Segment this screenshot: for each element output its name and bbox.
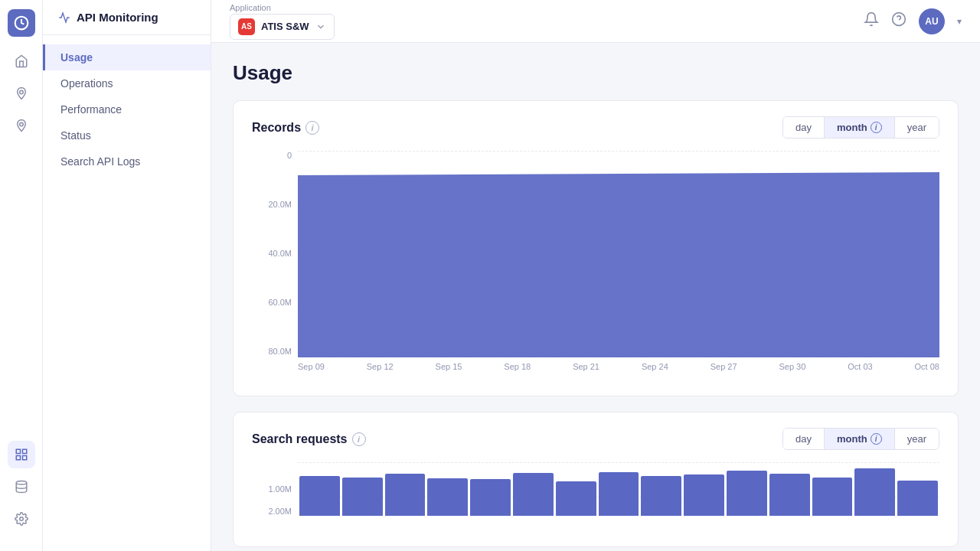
bar-11 (727, 471, 767, 517)
sr-y-label-2m: 2.00M (252, 507, 298, 516)
bar-10 (684, 474, 724, 516)
bar-7 (556, 481, 596, 517)
app-selector[interactable]: AS ATIS S&W (230, 14, 335, 40)
search-requests-time-toggle: day month i year (782, 428, 939, 450)
svg-rect-6 (22, 456, 26, 460)
user-menu-chevron-icon[interactable]: ▾ (957, 16, 962, 27)
records-chart-plot (298, 151, 939, 357)
bar-5 (470, 479, 511, 516)
x-label-sep12: Sep 12 (367, 362, 394, 371)
x-label-sep24: Sep 24 (642, 362, 668, 371)
y-label-80m: 80.0M (252, 347, 298, 356)
records-chart-header: Records i day month i year (252, 116, 939, 139)
search-requests-month-info-icon[interactable]: i (871, 433, 882, 445)
search-requests-day-button[interactable]: day (783, 429, 825, 449)
svg-point-8 (19, 517, 23, 521)
app-section-label: Application (230, 3, 335, 12)
x-label-sep21: Sep 21 (573, 362, 599, 371)
bar-2 (342, 478, 383, 516)
records-info-icon[interactable]: i (305, 121, 319, 135)
x-label-oct08: Oct 08 (915, 362, 939, 371)
search-requests-chart-title: Search requests (252, 432, 348, 446)
sidebar-item-usage[interactable]: Usage (43, 44, 211, 70)
records-x-axis: Sep 09 Sep 12 Sep 15 Sep 18 Sep 21 Sep 2… (298, 359, 939, 380)
main-wrapper: Application AS ATIS S&W AU ▾ (211, 0, 980, 551)
search-requests-info-icon[interactable]: i (352, 432, 366, 446)
records-time-toggle: day month i year (782, 116, 939, 139)
sidebar: API Monitoring Usage Operations Performa… (43, 0, 211, 551)
svg-point-7 (16, 481, 27, 485)
sidebar-item-status[interactable]: Status (43, 122, 211, 148)
search-requests-month-label: month (837, 433, 867, 445)
app-selector-chevron-icon (315, 21, 326, 32)
topbar: Application AS ATIS S&W AU ▾ (211, 0, 980, 43)
help-icon[interactable] (891, 11, 906, 31)
user-avatar[interactable]: AU (919, 8, 945, 34)
bar-15 (897, 481, 938, 516)
x-label-oct03: Oct 03 (848, 362, 872, 371)
y-label-40m: 40.0M (252, 249, 298, 258)
records-y-axis: 80.0M 60.0M 40.0M 20.0M 0 (252, 151, 298, 357)
search-requests-chart-header: Search requests i day month i year (252, 428, 939, 450)
search-requests-chart-area: 2.00M 1.00M 0 (252, 462, 939, 531)
app-name: ATIS S&W (261, 21, 309, 32)
x-label-sep09: Sep 09 (298, 362, 325, 371)
location1-icon[interactable] (8, 80, 35, 107)
svg-point-2 (19, 122, 23, 126)
search-requests-y-axis: 2.00M 1.00M 0 (252, 462, 298, 516)
bar-3 (385, 474, 426, 516)
svg-point-1 (19, 90, 23, 94)
database-icon[interactable] (8, 473, 35, 500)
x-label-sep27: Sep 27 (710, 362, 737, 371)
bar-6 (513, 473, 554, 516)
sidebar-title: API Monitoring (77, 11, 158, 24)
bar-12 (769, 474, 810, 516)
notification-icon[interactable] (864, 11, 879, 31)
records-month-info-icon[interactable]: i (871, 122, 882, 133)
search-requests-month-button[interactable]: month i (825, 429, 895, 449)
search-requests-chart-card: Search requests i day month i year (233, 412, 959, 547)
app-logo-icon (8, 9, 35, 37)
page-title: Usage (233, 61, 959, 85)
records-chart-title: Records (252, 121, 301, 135)
bar-8 (599, 472, 639, 516)
bar-4 (427, 478, 468, 516)
search-requests-year-button[interactable]: year (895, 429, 939, 449)
home-icon[interactable] (8, 47, 35, 75)
sidebar-header: API Monitoring (43, 0, 211, 35)
sidebar-item-performance[interactable]: Performance (43, 96, 211, 122)
search-requests-bars (298, 462, 939, 516)
bar-14 (854, 468, 895, 516)
bar-9 (641, 476, 681, 516)
records-day-button[interactable]: day (783, 117, 825, 138)
sidebar-item-search-api-logs[interactable]: Search API Logs (43, 148, 211, 174)
svg-rect-4 (22, 449, 26, 453)
svg-rect-3 (16, 449, 20, 453)
y-label-0: 0 (252, 151, 298, 160)
svg-marker-11 (298, 172, 939, 357)
x-label-sep18: Sep 18 (504, 362, 531, 371)
y-label-60m: 60.0M (252, 298, 298, 307)
analytics-icon[interactable] (8, 441, 35, 468)
svg-rect-5 (16, 456, 20, 460)
main-content: Usage Records i day month i year (211, 43, 980, 551)
records-chart-card: Records i day month i year (233, 100, 959, 396)
records-month-button[interactable]: month i (825, 117, 895, 138)
x-label-sep30: Sep 30 (779, 362, 805, 371)
bar-13 (812, 478, 853, 516)
sidebar-nav: Usage Operations Performance Status Sear… (43, 35, 211, 184)
sidebar-item-operations[interactable]: Operations (43, 70, 211, 96)
settings-icon[interactable] (8, 505, 35, 533)
records-chart-area: 80.0M 60.0M 40.0M 20.0M 0 (252, 151, 939, 380)
icon-bar (0, 0, 43, 551)
app-badge: AS (238, 18, 255, 35)
records-year-button[interactable]: year (895, 117, 939, 138)
x-label-sep15: Sep 15 (436, 362, 462, 371)
bar-1 (299, 476, 340, 517)
sr-y-label-1m: 1.00M (252, 484, 298, 494)
y-label-20m: 20.0M (252, 200, 298, 209)
records-month-label: month (837, 122, 867, 133)
location2-icon[interactable] (8, 112, 35, 139)
records-chart-svg (298, 151, 939, 357)
